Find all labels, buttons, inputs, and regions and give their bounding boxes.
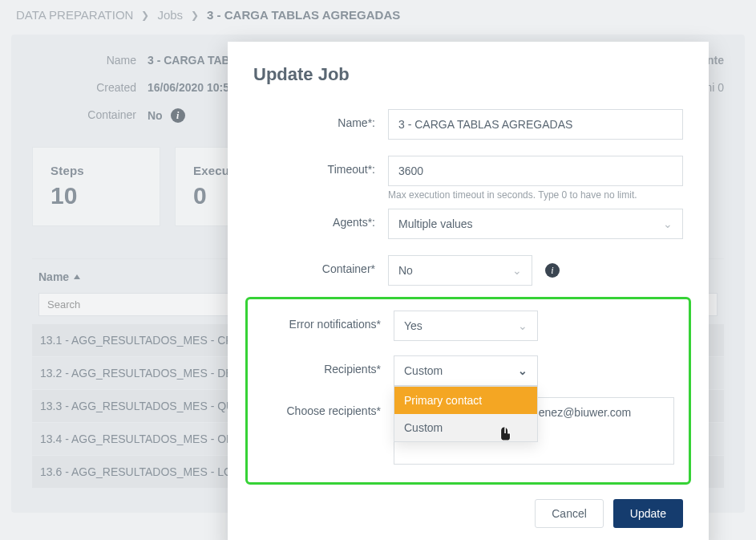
chevron-down-icon: ⌄ [512,264,522,277]
update-job-modal: Update Job Name*: Timeout*: Max executio… [228,42,709,540]
timeout-hint: Max execution timeout in seconds. Type 0… [388,189,683,201]
errnotif-select[interactable]: Yes ⌄ [394,311,538,341]
agents-value: Multiple values [398,217,473,230]
error-notification-highlight: Error notifications* Yes ⌄ Recipients* C… [245,297,691,485]
errnotif-value: Yes [404,319,422,332]
chevron-down-icon: ⌄ [663,217,673,230]
chevron-down-icon: ⌄ [518,319,528,332]
cancel-button[interactable]: Cancel [535,499,604,528]
timeout-label: Timeout*: [253,156,388,176]
errnotif-label: Error notifications* [259,311,394,331]
name-label: Name*: [253,109,388,129]
agents-label: Agents*: [253,209,388,229]
option-custom[interactable]: Custom [394,414,537,441]
info-icon[interactable]: i [545,263,560,278]
recipients-value: Custom [404,364,443,377]
container-label: Container* [253,255,388,275]
chevron-down-icon: ⌄ [518,364,528,377]
name-input[interactable] [388,109,683,140]
recipients-select[interactable]: Custom ⌄ [394,355,538,386]
container-value: No [398,264,413,277]
timeout-input[interactable] [388,156,683,186]
modal-title: Update Job [253,64,683,85]
option-primary-contact[interactable]: Primary contact [394,387,537,414]
choose-recipients-label: Choose recipients* [259,397,394,417]
agents-select[interactable]: Multiple values ⌄ [388,209,683,239]
recipients-label: Recipients* [259,355,394,376]
container-select[interactable]: No ⌄ [388,255,532,286]
recipients-dropdown: Primary contact Custom [394,386,538,442]
update-button[interactable]: Update [613,499,683,528]
